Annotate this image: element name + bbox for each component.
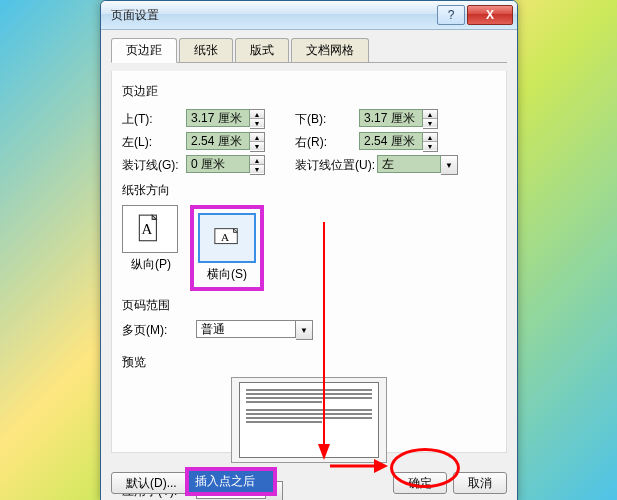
landscape-label: 横向(S) [207,267,247,281]
portrait-option[interactable]: A [122,205,178,253]
help-button[interactable]: ? [437,5,465,25]
spin-down-icon[interactable]: ▼ [250,165,264,173]
tab-content: 页边距 上(T): ▲▼ 左(L): ▲▼ [111,71,507,453]
pages-section-label: 页码范围 [122,297,496,314]
apply-to-dropdown-open: 插入点之后 [185,467,277,496]
bottom-spinner[interactable]: ▲▼ [359,109,438,129]
preview-page-icon [239,382,379,458]
annotation-highlight: A 横向(S) [190,205,264,291]
top-input[interactable] [186,109,250,127]
multipage-label: 多页(M): [122,322,196,339]
right-spinner[interactable]: ▲▼ [359,132,438,152]
tab-margins[interactable]: 页边距 [111,38,177,63]
top-spinner[interactable]: ▲▼ [186,109,265,129]
bottom-label: 下(B): [295,111,359,128]
orientation-section-label: 纸张方向 [122,182,496,199]
default-button[interactable]: 默认(D)... [111,472,192,494]
page-setup-dialog: 页面设置 ? X 页边距 纸张 版式 文档网格 页边距 上(T): ▲▼ [100,0,518,500]
svg-text:A: A [221,231,229,243]
preview-box [231,377,387,463]
gutter-input[interactable] [186,155,250,173]
bottom-input[interactable] [359,109,423,127]
page-portrait-icon: A [136,213,164,245]
tab-grid[interactable]: 文档网格 [291,38,369,62]
gutter-pos-input[interactable] [377,155,441,173]
spin-up-icon[interactable]: ▲ [250,156,264,165]
multipage-input[interactable] [196,320,296,338]
tab-strip: 页边距 纸张 版式 文档网格 [111,38,507,63]
ok-button[interactable]: 确定 [393,472,447,494]
tab-layout[interactable]: 版式 [235,38,289,62]
multipage-combo[interactable]: ▼ [196,320,313,340]
spin-up-icon[interactable]: ▲ [250,110,264,119]
spin-down-icon[interactable]: ▼ [250,142,264,150]
gutter-spinner[interactable]: ▲▼ [186,155,265,175]
landscape-option[interactable]: A [198,213,256,263]
spin-up-icon[interactable]: ▲ [250,133,264,142]
spin-up-icon[interactable]: ▲ [423,110,437,119]
left-label: 左(L): [122,134,186,151]
close-button[interactable]: X [467,5,513,25]
spin-up-icon[interactable]: ▲ [423,133,437,142]
margins-section-label: 页边距 [122,83,496,100]
spin-down-icon[interactable]: ▼ [423,119,437,127]
svg-text:A: A [141,221,152,237]
gutter-pos-label: 装订线位置(U): [295,157,377,174]
gutter-pos-combo[interactable]: ▼ [377,155,458,175]
titlebar[interactable]: 页面设置 ? X [101,1,517,30]
spin-down-icon[interactable]: ▼ [423,142,437,150]
dropdown-option[interactable]: 插入点之后 [189,471,273,492]
dialog-title: 页面设置 [111,7,435,24]
cancel-button[interactable]: 取消 [453,472,507,494]
left-spinner[interactable]: ▲▼ [186,132,265,152]
right-input[interactable] [359,132,423,150]
page-landscape-icon: A [213,222,241,254]
portrait-label: 纵向(P) [131,257,171,271]
preview-section-label: 预览 [122,354,496,371]
spin-down-icon[interactable]: ▼ [250,119,264,127]
chevron-down-icon[interactable]: ▼ [296,320,313,340]
left-input[interactable] [186,132,250,150]
chevron-down-icon[interactable]: ▼ [441,155,458,175]
top-label: 上(T): [122,111,186,128]
tab-paper[interactable]: 纸张 [179,38,233,62]
right-label: 右(R): [295,134,359,151]
gutter-label: 装订线(G): [122,157,186,174]
